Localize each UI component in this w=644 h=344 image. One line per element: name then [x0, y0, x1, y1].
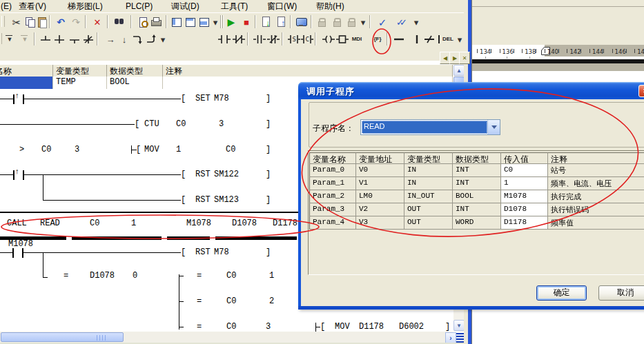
var-table-cell-2[interactable]: BOOL — [107, 77, 163, 90]
dropdown-arrow-icon[interactable]: ▾ — [359, 15, 367, 29]
dropdown-arrow-icon[interactable]: ▾ — [456, 32, 464, 46]
horizontal-line-icon[interactable] — [392, 32, 406, 46]
param-cell-r1c2: IN — [404, 177, 453, 190]
param-cell-r1c4[interactable]: 1 — [501, 177, 548, 190]
view-layout-3-icon[interactable] — [197, 15, 211, 29]
menu-item-1[interactable]: 查看(V) — [19, 2, 46, 11]
run-icon[interactable]: ▶ — [224, 15, 238, 29]
param-cell-r4c4[interactable]: D1178 — [501, 216, 548, 230]
f-box-icon[interactable]: {F} — [371, 32, 384, 46]
param-cell-r1c1: V1 — [356, 177, 404, 190]
view-layout-1-icon[interactable] — [170, 15, 184, 29]
menu-item-0[interactable]: (E) — [1, 2, 12, 11]
view-layout-2-icon[interactable] — [184, 15, 197, 29]
contact-set-icon[interactable]: S — [287, 32, 301, 46]
menu-item-5[interactable]: 工具(T) — [221, 2, 248, 11]
paste-icon[interactable] — [35, 15, 49, 29]
horizontal-scrollbar[interactable] — [0, 332, 453, 343]
junction-down-icon[interactable] — [68, 32, 81, 46]
cut-icon[interactable]: ✂ — [10, 15, 23, 29]
stop-icon[interactable]: ■ — [240, 15, 253, 29]
ruler-tick — [477, 49, 478, 53]
vertical-line-icon[interactable] — [410, 32, 424, 46]
insert-row-icon[interactable] — [3, 32, 17, 46]
lock-icon[interactable] — [315, 15, 329, 29]
arrow-bend-down-icon[interactable] — [131, 32, 145, 46]
menu-item-4[interactable]: 调试(D) — [171, 2, 199, 11]
menu-item-2[interactable]: 梯形图(L) — [68, 2, 103, 11]
delete-line-icon[interactable]: DEL — [436, 32, 454, 46]
box-instruction-icon[interactable] — [335, 32, 349, 46]
param-cell-r0c0: Param_0 — [309, 164, 356, 177]
ruler-tick — [603, 49, 604, 53]
cancel-button[interactable]: 取消 — [598, 285, 644, 301]
redo-icon[interactable]: ↷ — [69, 15, 83, 29]
mdi-label[interactable]: MDI — [349, 32, 364, 46]
ruler-tick — [589, 49, 590, 53]
contact-no-immediate-icon[interactable] — [253, 32, 266, 46]
scroll-down-button[interactable]: ▼ — [453, 320, 465, 331]
scroll-up-button[interactable]: ▲ — [453, 65, 465, 76]
param-cell-r0c4[interactable]: C0 — [501, 164, 548, 177]
insert-row-alt-icon[interactable] — [18, 32, 32, 46]
ladder-text-cmp_mov-4: MOV — [144, 145, 159, 154]
print-preview-icon[interactable] — [136, 15, 150, 29]
nav-close-button[interactable]: ✕ — [459, 52, 470, 64]
compile-icon[interactable]: ✓ — [375, 15, 389, 29]
undo-icon[interactable]: ↶ — [54, 15, 68, 29]
copy-icon[interactable] — [23, 15, 37, 29]
menu-item-7[interactable]: 帮助(H) — [316, 2, 344, 11]
delete-icon[interactable]: ✕ — [90, 15, 104, 29]
param-cell-r3c4[interactable]: D1078 — [501, 203, 548, 216]
param-cell-r2c4[interactable]: M1078 — [501, 190, 548, 203]
upload-icon[interactable] — [275, 15, 289, 29]
ladder-text-cmp1-5: 1 — [269, 272, 274, 280]
arrow-right-icon[interactable]: → — [104, 32, 117, 46]
menu-item-6[interactable]: 窗口(W) — [267, 2, 297, 11]
coil-icon[interactable] — [322, 32, 335, 46]
ruler-label-2: 138 — [525, 48, 536, 55]
dropdown-arrow-icon[interactable]: ▾ — [412, 15, 420, 29]
ladder-wire-v — [23, 170, 24, 180]
toolbar-grip[interactable] — [1, 16, 5, 27]
contact-nc-icon[interactable] — [232, 32, 246, 46]
print-icon[interactable] — [149, 15, 163, 29]
arrow-down-icon[interactable]: ↓ — [117, 32, 131, 46]
contact-nc-immediate-icon[interactable] — [266, 32, 280, 46]
dialog-close-button[interactable]: ✕ — [638, 85, 644, 97]
not-line-icon[interactable] — [422, 32, 436, 46]
dropdown-arrow-icon[interactable]: ▾ — [159, 32, 167, 46]
junction-up-icon[interactable] — [39, 32, 52, 46]
var-table-cell-1[interactable]: TEMP — [53, 77, 107, 90]
find-icon[interactable] — [113, 15, 126, 29]
toolbar-grip[interactable] — [0, 33, 2, 44]
var-table-cell-0[interactable] — [0, 77, 53, 90]
ok-button[interactable]: 确定 — [536, 285, 587, 301]
compile-all-icon[interactable]: ✓✓ — [393, 15, 407, 29]
dialog-title-bar[interactable]: 调用子程序 — [298, 82, 644, 99]
subroutine-name-combobox[interactable]: READ — [360, 119, 500, 135]
ladder-text-rst1-1: RST — [195, 170, 211, 179]
param-cell-r4c2: OUT — [404, 216, 453, 230]
ruler-tick — [536, 49, 536, 53]
contact-clear-icon[interactable]: C — [300, 32, 314, 46]
contact-no-icon[interactable] — [217, 32, 231, 46]
horizontal-scroll-thumb[interactable] — [1, 332, 124, 342]
lock-partial-icon[interactable] — [330, 15, 344, 29]
download-icon[interactable] — [260, 15, 273, 29]
lock-all-icon[interactable] — [344, 15, 358, 29]
dropdown-arrow-icon[interactable]: ▾ — [211, 15, 219, 29]
ladder-text-rst3-0: [ — [181, 248, 186, 256]
ladder-text-m_label-0: M1078 — [8, 240, 33, 248]
param-cell-r0c2: IN — [404, 164, 453, 177]
monitor-icon[interactable] — [295, 15, 309, 29]
combobox-dropdown-button[interactable] — [487, 120, 500, 134]
param-cell-r2c1: LM0 — [356, 190, 404, 203]
menu-item-3[interactable]: PLC(P) — [126, 2, 153, 11]
ladder-text-cmp_mov-6: C0 — [226, 145, 235, 154]
ruler-label-5: 144 — [592, 48, 603, 55]
param-cell-r3c0: Param_3 — [309, 203, 356, 216]
junction-delete-icon[interactable] — [81, 32, 95, 46]
arrow-bend-up-icon[interactable] — [145, 32, 159, 46]
junction-updown-icon[interactable] — [52, 32, 66, 46]
